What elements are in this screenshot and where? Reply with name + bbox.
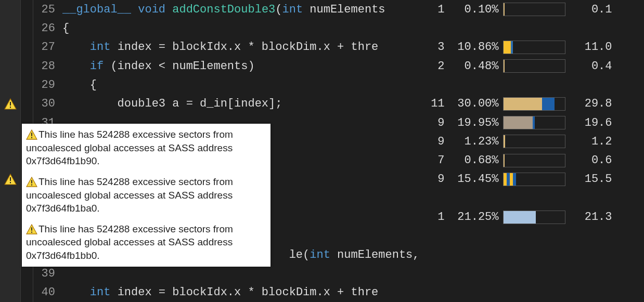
code-content[interactable]: int index = blockIdx.x * blockDim.x + th…	[62, 286, 420, 299]
marker-gutter	[0, 283, 21, 302]
fold-gutter	[21, 19, 33, 37]
marker-gutter	[0, 245, 21, 264]
metrics-row[interactable]: 10.10%0.1	[420, 0, 644, 19]
marker-gutter	[0, 75, 21, 94]
metric-percent: 30.00%	[454, 97, 499, 110]
marker-gutter	[0, 264, 21, 283]
tooltip-text: This line has 524288 excessive sectors f…	[26, 224, 233, 261]
metric-value2: 21.3	[575, 211, 612, 224]
metrics-row[interactable]: 1130.00%29.8	[420, 95, 644, 113]
metric-bar	[503, 59, 565, 73]
metrics-row[interactable]: 20.48%0.4	[420, 57, 644, 75]
svg-rect-5	[10, 182, 11, 183]
fold-gutter	[21, 0, 33, 19]
metric-percent: 15.45%	[454, 173, 499, 186]
metric-percent: 19.95%	[454, 116, 499, 129]
metric-bar	[503, 154, 565, 167]
marker-gutter	[0, 207, 21, 226]
metric-value2: 19.6	[575, 116, 612, 129]
metrics-row[interactable]	[420, 189, 644, 207]
code-row[interactable]: 25__global__ void addConstDouble3(int nu…	[0, 0, 420, 19]
metrics-row[interactable]: 310.86%11.0	[420, 38, 644, 57]
metrics-row[interactable]	[420, 245, 644, 264]
marker-gutter	[0, 38, 21, 57]
code-row[interactable]: 26{	[0, 19, 420, 37]
metrics-row[interactable]: 919.95%19.6	[420, 113, 644, 132]
warning-icon	[26, 177, 37, 187]
code-content[interactable]: {	[62, 78, 420, 91]
svg-rect-11	[31, 184, 32, 185]
line-number: 25	[33, 3, 62, 16]
metric-percent: 0.68%	[454, 154, 499, 167]
code-content[interactable]: __global__ void addConstDouble3(int numE…	[62, 3, 420, 16]
metric-percent: 21.25%	[454, 211, 499, 224]
line-number: 39	[33, 267, 62, 280]
code-content[interactable]: double3 a = d_in[index];	[62, 97, 420, 110]
metrics-row[interactable]	[420, 19, 644, 37]
warning-icon	[26, 129, 37, 140]
marker-gutter	[0, 170, 21, 189]
metrics-row[interactable]: 91.23%1.2	[420, 132, 644, 151]
marker-gutter	[0, 57, 21, 75]
code-row[interactable]: 30 double3 a = d_in[index];	[0, 95, 420, 113]
profiler-source-view: 25__global__ void addConstDouble3(int nu…	[0, 0, 644, 302]
code-content[interactable]: if (index < numElements)	[62, 60, 420, 73]
code-row[interactable]: 28 if (index < numElements)	[0, 57, 420, 75]
metrics-row[interactable]	[420, 75, 644, 94]
metric-bar	[503, 41, 565, 54]
marker-gutter	[0, 132, 21, 151]
line-number: 28	[33, 60, 62, 73]
marker-gutter	[0, 189, 21, 207]
code-row[interactable]: 29 {	[0, 75, 420, 94]
tooltip-text: This line has 524288 excessive sectors f…	[26, 129, 233, 166]
metric-bar	[503, 116, 565, 129]
metrics-row[interactable]	[420, 264, 644, 283]
svg-rect-14	[31, 231, 32, 232]
fold-gutter	[21, 264, 33, 283]
metric-value2: 0.6	[575, 154, 612, 167]
metric-count: 9	[420, 116, 445, 129]
metric-value2: 0.4	[575, 60, 612, 73]
code-row[interactable]: 40 int index = blockIdx.x * blockDim.x +…	[0, 283, 420, 302]
line-number: 29	[33, 78, 62, 91]
line-number: 27	[33, 41, 62, 54]
tooltip-entry: This line has 524288 excessive sectors f…	[26, 175, 266, 215]
code-content[interactable]: {	[62, 22, 420, 35]
metric-bar	[503, 135, 565, 148]
metric-value2: 1.2	[575, 135, 612, 148]
metric-bar	[503, 3, 565, 16]
line-number: 26	[33, 22, 62, 35]
metrics-row[interactable]	[420, 283, 644, 302]
warning-icon[interactable]	[0, 95, 20, 113]
code-row[interactable]: 39	[0, 264, 420, 283]
marker-gutter	[0, 19, 21, 37]
warning-icon	[26, 224, 37, 234]
svg-rect-2	[10, 107, 11, 108]
metric-count: 9	[420, 173, 445, 186]
metrics-row[interactable]	[420, 227, 644, 245]
fold-gutter	[21, 283, 33, 302]
metric-count: 1	[420, 3, 445, 16]
metric-value2: 11.0	[575, 41, 612, 54]
fold-gutter	[21, 95, 33, 113]
metric-count: 9	[420, 135, 445, 148]
code-content[interactable]: int index = blockIdx.x * blockDim.x + th…	[62, 41, 420, 54]
metric-count: 2	[420, 60, 445, 73]
metric-percent: 1.23%	[454, 135, 499, 148]
line-number: 40	[33, 286, 62, 299]
marker-gutter	[0, 227, 21, 245]
warning-tooltip: This line has 524288 excessive sectors f…	[22, 124, 271, 267]
metrics-row[interactable]: 70.68%0.6	[420, 151, 644, 170]
tooltip-entry: This line has 524288 excessive sectors f…	[26, 222, 266, 262]
code-row[interactable]: 27 int index = blockIdx.x * blockDim.x +…	[0, 38, 420, 57]
metrics-row[interactable]: 121.25%21.3	[420, 207, 644, 226]
metric-value2: 15.5	[575, 173, 612, 186]
metrics-row[interactable]: 915.45%15.5	[420, 170, 644, 189]
marker-gutter	[0, 0, 21, 19]
metric-bar	[503, 97, 565, 111]
fold-gutter	[21, 38, 33, 57]
svg-rect-4	[10, 177, 11, 181]
metric-bar	[503, 211, 565, 224]
warning-icon[interactable]	[0, 170, 20, 189]
marker-gutter	[0, 95, 21, 113]
